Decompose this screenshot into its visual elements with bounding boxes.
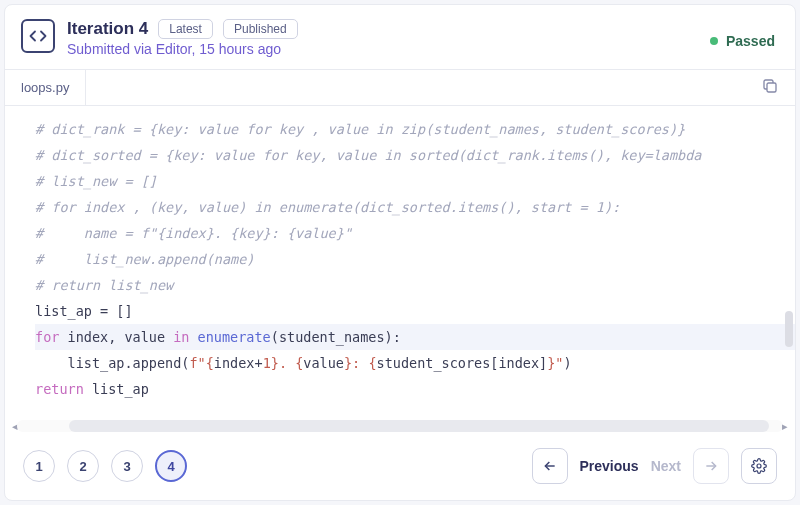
previous-label: Previous bbox=[580, 458, 639, 474]
submission-subtitle: Submitted via Editor, 15 hours ago bbox=[67, 41, 298, 57]
code-viewport[interactable]: # dict_rank = {key: value for key , valu… bbox=[5, 106, 795, 420]
card-header: Iteration 4 Latest Published Submitted v… bbox=[5, 5, 795, 70]
status-dot-icon bbox=[710, 37, 718, 45]
code-line: list_ap = [] bbox=[35, 298, 795, 324]
code-line: # for index , (key, value) in enumerate(… bbox=[35, 194, 795, 220]
nav-controls: Previous Next bbox=[532, 448, 778, 484]
next-label: Next bbox=[651, 458, 681, 474]
code-line: # list_new.append(name) bbox=[35, 246, 795, 272]
horizontal-scrollbar[interactable] bbox=[17, 420, 783, 432]
status: Passed bbox=[710, 33, 775, 49]
vertical-scrollbar-thumb[interactable] bbox=[785, 311, 793, 347]
settings-button[interactable] bbox=[741, 448, 777, 484]
iteration-title: Iteration 4 bbox=[67, 19, 148, 39]
previous-button[interactable] bbox=[532, 448, 568, 484]
svg-point-1 bbox=[757, 464, 761, 468]
header-left: Iteration 4 Latest Published Submitted v… bbox=[21, 19, 298, 57]
next-button[interactable] bbox=[693, 448, 729, 484]
page-button-3[interactable]: 3 bbox=[111, 450, 143, 482]
code-line: # dict_sorted = {key: value for key, val… bbox=[35, 142, 795, 168]
iteration-card: Iteration 4 Latest Published Submitted v… bbox=[4, 4, 796, 501]
code-line: # dict_rank = {key: value for key , valu… bbox=[35, 116, 795, 142]
code-line: # name = f"{index}. {key}: {value}" bbox=[35, 220, 795, 246]
svg-rect-0 bbox=[767, 83, 776, 92]
badge-published: Published bbox=[223, 19, 298, 39]
copy-icon[interactable] bbox=[761, 77, 779, 99]
code-line: list_ap.append(f"{index+1}. {value}: {st… bbox=[35, 350, 795, 376]
horizontal-scrollbar-thumb[interactable] bbox=[69, 420, 769, 432]
page-button-1[interactable]: 1 bbox=[23, 450, 55, 482]
pagination: 1234 bbox=[23, 450, 187, 482]
status-label: Passed bbox=[726, 33, 775, 49]
footer: 1234 Previous Next bbox=[5, 434, 795, 500]
page-button-4[interactable]: 4 bbox=[155, 450, 187, 482]
title-row: Iteration 4 Latest Published bbox=[67, 19, 298, 39]
page-button-2[interactable]: 2 bbox=[67, 450, 99, 482]
code-icon bbox=[21, 19, 55, 53]
header-titles: Iteration 4 Latest Published Submitted v… bbox=[67, 19, 298, 57]
code-line: for index, value in enumerate(student_na… bbox=[35, 324, 795, 350]
code-line: return list_ap bbox=[35, 376, 795, 402]
hscroll-right-icon[interactable]: ▸ bbox=[779, 420, 791, 432]
code-line: # list_new = [] bbox=[35, 168, 795, 194]
code-line: # return list_new bbox=[35, 272, 795, 298]
tabbar: loops.py bbox=[5, 70, 795, 106]
file-tab[interactable]: loops.py bbox=[5, 70, 86, 105]
badge-latest: Latest bbox=[158, 19, 213, 39]
